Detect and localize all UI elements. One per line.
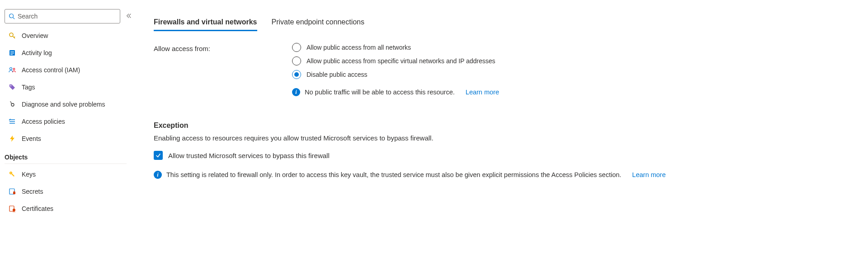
sidebar-item-tags[interactable]: Tags [5,79,131,96]
search-input[interactable] [18,13,116,20]
search-icon [9,13,15,19]
info-text: This setting is related to firewall only… [166,171,621,178]
diagnose-icon [8,100,16,108]
svg-point-2 [9,33,13,37]
learn-more-link[interactable]: Learn more [466,89,499,96]
exception-info: i This setting is related to firewall on… [154,171,859,179]
radio-disable[interactable]: Disable public access [292,70,499,79]
search-row [5,9,136,23]
radio-allow-all[interactable]: Allow public access from all networks [292,43,499,52]
tab-private-endpoints[interactable]: Private endpoint connections [272,18,364,31]
sidebar-item-label: Secrets [22,188,43,195]
info-icon: i [154,171,162,179]
svg-point-19 [10,173,11,173]
svg-point-25 [13,209,15,211]
sidebar-item-label: Access policies [22,118,65,125]
sidebar-item-certificates[interactable]: Certificates [5,200,131,217]
access-info: i No public traffic will be able to acce… [292,88,499,96]
search-box[interactable] [5,9,120,23]
sidebar-item-label: Diagnose and solve problems [22,101,105,108]
svg-line-1 [13,18,15,19]
radio-icon [292,43,301,52]
access-row: Allow access from: Allow public access f… [154,43,859,96]
sidebar-item-keys[interactable]: Keys [5,166,131,183]
svg-line-4 [14,37,15,37]
tabs: Firewalls and virtual networks Private e… [154,18,859,31]
trusted-services-checkbox[interactable] [154,151,163,160]
svg-point-0 [9,14,14,18]
sidebar-item-label: Keys [22,171,36,178]
tags-icon [8,83,16,91]
trusted-services-checkbox-row: Allow trusted Microsoft services to bypa… [154,151,859,160]
access-policies-icon [8,117,16,126]
sidebar-item-overview[interactable]: Overview [5,27,131,44]
svg-point-10 [13,68,15,70]
sidebar-item-label: Overview [22,32,48,39]
svg-point-9 [10,68,12,70]
learn-more-link[interactable]: Learn more [632,171,665,178]
sidebar-item-access-policies[interactable]: Access policies [5,113,131,130]
radio-label: Allow public access from specific virtua… [307,57,495,65]
sidebar-item-label: Certificates [22,205,53,212]
svg-rect-8 [10,54,13,55]
sidebar-item-label: Activity log [22,49,52,56]
sidebar: Overview Activity log Access control (IA… [0,0,136,280]
radio-label: Disable public access [307,71,368,78]
tab-firewalls[interactable]: Firewalls and virtual networks [154,18,257,31]
radio-icon [292,56,301,65]
sidebar-item-activity-log[interactable]: Activity log [5,44,131,61]
svg-rect-13 [10,101,12,103]
radio-allow-specific[interactable]: Allow public access from specific virtua… [292,56,499,65]
key-vault-icon [8,32,16,40]
sidebar-section-objects: Objects [5,147,127,164]
radio-label: Allow public access from all networks [307,44,411,51]
sidebar-item-diagnose[interactable]: Diagnose and solve problems [5,96,131,113]
keys-icon [8,170,16,178]
sidebar-item-access-control[interactable]: Access control (IAM) [5,61,131,79]
sidebar-item-label: Events [22,135,41,142]
svg-line-14 [11,103,12,104]
allow-access-label: Allow access from: [154,43,292,96]
exception-desc: Enabling access to resources requires yo… [154,134,859,142]
checkbox-label: Allow trusted Microsoft services to bypa… [168,152,330,159]
sidebar-item-label: Access control (IAM) [22,66,80,74]
secrets-icon [8,187,16,196]
info-text: No public traffic will be able to access… [305,89,455,96]
svg-rect-20 [12,174,14,177]
activity-log-icon [8,49,16,57]
access-control-icon [8,66,16,74]
collapse-sidebar-button[interactable] [126,13,132,20]
svg-rect-6 [10,51,14,52]
exception-heading: Exception [154,121,859,130]
nav-scroll[interactable]: Overview Activity log Access control (IA… [5,27,134,280]
svg-point-11 [10,85,11,86]
sidebar-item-label: Tags [22,84,35,91]
radio-icon [292,70,301,79]
access-radio-group: Allow public access from all networks Al… [292,43,499,96]
sidebar-item-events[interactable]: Events [5,130,131,147]
info-icon: i [292,88,300,96]
main-content: Firewalls and virtual networks Private e… [136,0,868,280]
certificates-icon [8,205,16,213]
svg-rect-7 [10,53,14,53]
sidebar-item-secrets[interactable]: Secrets [5,183,131,200]
events-icon [8,135,16,143]
